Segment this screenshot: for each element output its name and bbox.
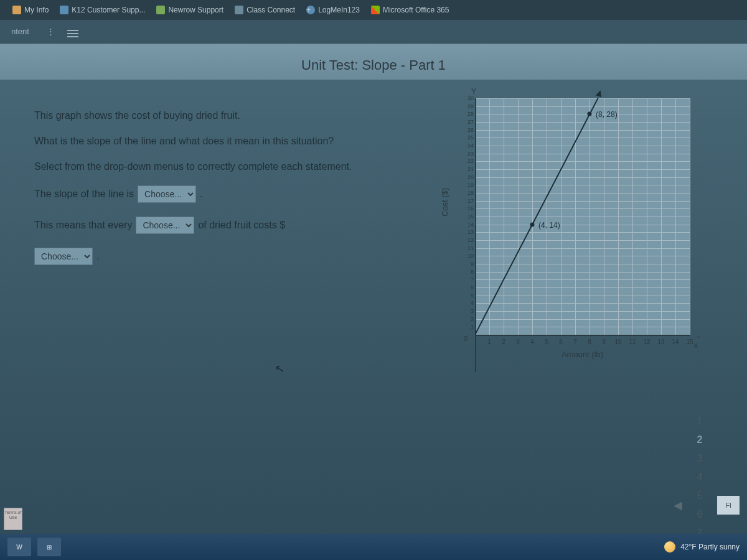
y-axis: [475, 98, 476, 372]
bookmark-office365[interactable]: Microsoft Office 365: [371, 6, 449, 14]
y-tick: 3: [460, 308, 474, 314]
cost-select[interactable]: Choose...: [34, 248, 93, 265]
y-tick: 10: [460, 253, 474, 259]
bookmark-label: My Info: [24, 6, 49, 14]
x-tick: 9: [602, 338, 606, 345]
y-tick: 18: [460, 190, 474, 196]
y-tick: 21: [460, 166, 474, 172]
x-tick: 13: [657, 338, 664, 345]
y-tick: 25: [460, 134, 474, 141]
y-tick: 24: [460, 142, 474, 149]
y-tick: 26: [460, 127, 474, 133]
origin-label: 0: [464, 335, 467, 342]
pager-page-3[interactable]: 3: [687, 449, 712, 468]
question-intro: This graph shows the cost of buying drie…: [34, 108, 420, 123]
x-tick: 4: [530, 338, 534, 345]
y-tick: 4: [460, 300, 474, 306]
x-tick: 12: [643, 338, 650, 345]
pager-page-1[interactable]: 1: [687, 412, 712, 431]
bookmark-logmein[interactable]: +LogMeIn123: [306, 6, 360, 14]
data-point-label: (4, 14): [538, 221, 560, 230]
stmt2-text-pre: This means that every: [34, 220, 132, 231]
stmt2-text-post: of dried fruit costs $: [198, 220, 285, 231]
x-tick: 2: [502, 338, 505, 345]
statement-2: This means that every Choose... of dried…: [34, 217, 420, 234]
stmt1-text: The slope of the line is: [34, 189, 134, 200]
y-tick: 22: [460, 158, 474, 164]
x-tick: 3: [516, 338, 520, 345]
taskbar-word-icon[interactable]: W: [7, 538, 31, 556]
bookmark-bar: My Info K12 Customer Supp... Newrow Supp…: [0, 0, 747, 20]
tab-content[interactable]: ntent: [0, 27, 40, 36]
taskbar-app-icon[interactable]: ⊞: [37, 538, 61, 556]
y-tick: 8: [460, 269, 474, 275]
pager-page-6[interactable]: 6: [687, 505, 712, 524]
y-tick: 27: [460, 119, 474, 125]
weather-text[interactable]: 42°F Partly sunny: [680, 543, 740, 551]
y-tick: 6: [460, 284, 474, 291]
data-point: [530, 222, 535, 226]
y-tick: 11: [460, 245, 474, 251]
x-tick: 6: [559, 338, 563, 345]
bookmark-newrow[interactable]: Newrow Support: [156, 6, 223, 14]
bookmark-label: Newrow Support: [168, 6, 223, 14]
question-panel: This graph shows the cost of buying drie…: [34, 92, 420, 484]
data-point-label: (8, 28): [596, 110, 618, 119]
y-tick: 30: [460, 95, 474, 101]
microsoft-icon: [371, 6, 380, 14]
question-pager: ◀ 12345678910 Fl: [0, 490, 747, 520]
list-icon[interactable]: ⋮: [40, 27, 61, 36]
bookmark-myinfo[interactable]: My Info: [12, 6, 49, 14]
x-axis-label: Amount (lb): [475, 350, 690, 359]
y-tick: 2: [460, 316, 474, 322]
globe-icon: [235, 6, 243, 14]
bookmark-classconnect[interactable]: Class Connect: [235, 6, 295, 14]
y-tick: 20: [460, 174, 474, 180]
slope-select[interactable]: Choose...: [138, 185, 196, 203]
content: This graph shows the cost of buying drie…: [0, 80, 747, 484]
y-axis-label: Cost ($): [440, 188, 449, 217]
statement-1: The slope of the line is Choose... .: [34, 185, 420, 203]
unit-select[interactable]: Choose...: [136, 217, 194, 234]
y-tick: 29: [460, 103, 474, 110]
y-tick: 23: [460, 151, 474, 157]
folder-icon: [12, 6, 21, 14]
pager-page-5[interactable]: 5: [687, 487, 712, 505]
y-tick: 15: [460, 213, 474, 220]
x-tick: 15: [686, 338, 693, 345]
x-tick: 1: [487, 338, 491, 345]
bookmark-label: K12 Customer Supp...: [72, 6, 145, 14]
y-axis-letter: Y: [471, 87, 476, 96]
y-tick: 7: [460, 276, 474, 282]
question-prompt: What is the slope of the line and what d…: [34, 134, 420, 148]
bookmark-label: Class Connect: [247, 6, 295, 14]
globe-icon: [156, 6, 165, 14]
flag-button[interactable]: Fl: [717, 496, 740, 515]
statement-3: Choose... .: [34, 248, 420, 265]
x-tick: 5: [545, 338, 548, 345]
y-tick: 12: [460, 237, 474, 243]
y-tick: 17: [460, 198, 474, 204]
pager-prev[interactable]: ◀: [669, 496, 687, 515]
pager-page-4[interactable]: 4: [687, 468, 712, 487]
chart-grid: [475, 98, 690, 335]
weather-icon: [664, 541, 675, 553]
plus-icon: +: [306, 6, 315, 14]
pager-page-2[interactable]: 2: [687, 431, 712, 449]
terms-of-use-badge[interactable]: Terms of Use: [4, 508, 22, 530]
x-tick: 14: [672, 338, 679, 345]
chart: Y → x 0 Cost ($) Amount (lb) 12345678910…: [445, 98, 707, 372]
bookmark-k12support[interactable]: K12 Customer Supp...: [60, 6, 145, 14]
y-tick: 28: [460, 111, 474, 117]
question-instruct: Select from the drop-down menus to corre…: [34, 159, 420, 174]
y-tick: 5: [460, 292, 474, 299]
data-point: [588, 112, 592, 116]
x-axis: [475, 335, 690, 336]
page-title: Unit Test: Slope - Part 1: [0, 44, 747, 80]
x-tick: 8: [588, 338, 591, 345]
y-tick: 1: [460, 324, 474, 330]
y-tick: 16: [460, 205, 474, 212]
globe-icon: [60, 6, 68, 14]
x-tick: 10: [614, 338, 621, 345]
hamburger-icon[interactable]: [61, 27, 85, 36]
